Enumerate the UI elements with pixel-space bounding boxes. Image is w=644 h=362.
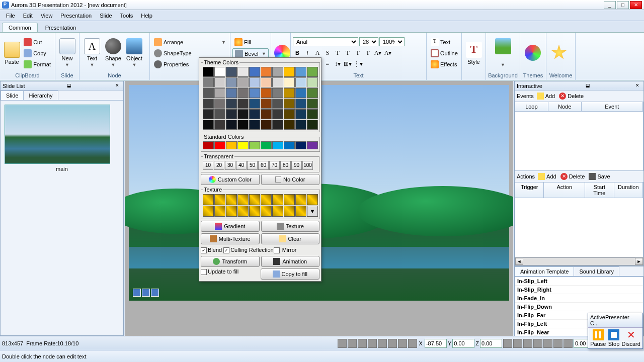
texture-swatch[interactable] (295, 206, 306, 217)
color-swatch[interactable] (249, 67, 260, 77)
color-swatch[interactable] (249, 120, 260, 130)
color-swatch[interactable] (307, 109, 318, 119)
tool-icon[interactable] (503, 339, 512, 348)
color-swatch[interactable] (261, 141, 272, 149)
panel-close-icon[interactable]: ✕ (114, 83, 120, 89)
color-swatch[interactable] (237, 109, 249, 119)
custom-color-button[interactable]: Custom Color (201, 174, 260, 185)
copy-to-fill-button[interactable]: Copy to fill (261, 268, 320, 280)
close-button[interactable]: ✕ (630, 1, 642, 9)
format-button[interactable]: Format (22, 59, 53, 69)
menu-slide[interactable]: Slide (96, 12, 116, 20)
color-swatch[interactable] (214, 88, 225, 98)
color-swatch[interactable] (284, 109, 295, 119)
italic-button[interactable]: I (303, 48, 312, 57)
menu-edit[interactable]: Edit (19, 12, 37, 20)
color-swatch[interactable] (203, 109, 214, 119)
fill-button[interactable]: Fill (232, 37, 269, 47)
color-swatch[interactable] (261, 99, 272, 109)
color-swatch[interactable] (284, 77, 295, 87)
texture-swatch[interactable] (249, 206, 260, 217)
spacing[interactable]: ↕▾ (333, 59, 342, 68)
texture-swatch[interactable] (272, 206, 283, 217)
color-swatch[interactable] (226, 141, 237, 149)
color-swatch[interactable] (203, 77, 214, 87)
view-btn-3[interactable] (151, 289, 159, 297)
update-to-fill-checkbox[interactable]: Update to fill (201, 268, 259, 280)
hscroll[interactable]: ◄► (515, 257, 643, 265)
color-swatch[interactable] (261, 109, 272, 119)
color-swatch[interactable] (214, 141, 225, 149)
animation-item[interactable]: In-Slip_Right (515, 286, 643, 294)
color-swatch[interactable] (272, 120, 283, 130)
transform-button[interactable]: Transform (201, 256, 260, 267)
culling-checkbox[interactable]: ✓Culling (223, 247, 248, 253)
color-swatch[interactable] (214, 77, 225, 87)
color-swatch[interactable] (249, 99, 260, 109)
outline-btn[interactable]: Outline (429, 48, 460, 58)
tab-sound-library[interactable]: Sound Library (574, 266, 619, 276)
color-swatch[interactable] (261, 67, 272, 77)
color-swatch[interactable] (214, 67, 225, 77)
z-input[interactable] (480, 339, 502, 348)
strike-button[interactable]: S (323, 48, 332, 57)
texture-swatch[interactable]: ▼ (307, 206, 318, 217)
color-swatch[interactable] (295, 99, 306, 109)
tab-animation-template[interactable]: Animation Template (515, 266, 574, 276)
color-swatch[interactable] (214, 109, 225, 119)
panel-pin-icon[interactable]: ⬓ (585, 83, 591, 89)
transparent-value[interactable]: 100 (302, 161, 313, 170)
menu-help[interactable]: Help (137, 12, 156, 20)
color-swatch[interactable] (272, 141, 283, 149)
color-swatch[interactable] (237, 88, 249, 98)
paste-button[interactable]: Paste (2, 41, 22, 66)
color-swatch[interactable] (284, 88, 295, 98)
color-swatch[interactable] (261, 88, 272, 98)
color-swatch[interactable] (203, 88, 214, 98)
themes-button[interactable] (522, 44, 543, 63)
t2-button[interactable]: T (353, 48, 362, 57)
t3-button[interactable]: T (363, 48, 372, 57)
gradient-button[interactable]: Gradient (201, 221, 260, 232)
events-list[interactable] (515, 112, 643, 171)
text-node-button[interactable]: AText▼ (82, 37, 103, 69)
menu-presentation[interactable]: Presentation (56, 12, 96, 20)
tool-icon[interactable] (358, 339, 367, 348)
discard-button[interactable]: ✕Discard (622, 329, 640, 347)
tool-icon[interactable] (543, 339, 552, 348)
texture-swatch[interactable] (284, 206, 295, 217)
texture-swatch[interactable] (203, 194, 214, 205)
texture-swatch[interactable] (226, 194, 237, 205)
color-swatch[interactable] (203, 99, 214, 109)
color-swatch[interactable] (261, 77, 272, 87)
actions-save-button[interactable]: Save (588, 172, 611, 180)
bold-button[interactable]: B (293, 48, 302, 57)
color-swatch[interactable] (237, 141, 249, 149)
blend-checkbox[interactable]: ✓Blend (201, 247, 222, 253)
color-swatch[interactable] (214, 99, 225, 109)
texture-swatch[interactable] (284, 194, 295, 205)
texture-swatch[interactable] (237, 206, 249, 217)
menu-tools[interactable]: Tools (116, 12, 137, 20)
texture-swatch[interactable] (214, 194, 225, 205)
events-delete-button[interactable]: ✕Delete (558, 92, 585, 100)
transparent-value[interactable]: 40 (236, 161, 247, 170)
maximize-button[interactable]: □ (617, 1, 629, 9)
color-swatch[interactable] (307, 120, 318, 130)
tool-icon[interactable] (398, 339, 407, 348)
tab-hierarchy[interactable]: Hierarchy (23, 90, 58, 100)
pause-button[interactable]: Pause (590, 329, 606, 347)
color-swatch[interactable] (272, 99, 283, 109)
transparent-value[interactable]: 30 (225, 161, 235, 170)
texture-swatch[interactable] (214, 206, 225, 217)
view-btn-1[interactable] (133, 289, 141, 297)
tab-common[interactable]: Common (2, 23, 38, 32)
t1-button[interactable]: T (343, 48, 352, 57)
tool-icon[interactable] (388, 339, 397, 348)
texture-swatch[interactable] (272, 194, 283, 205)
texture-swatch[interactable] (295, 194, 306, 205)
no-color-button[interactable]: No Color (261, 174, 320, 185)
fontsize-select[interactable]: 28 (359, 37, 378, 46)
tool-icon[interactable] (523, 339, 532, 348)
background-button[interactable]: ▼ (488, 37, 518, 69)
